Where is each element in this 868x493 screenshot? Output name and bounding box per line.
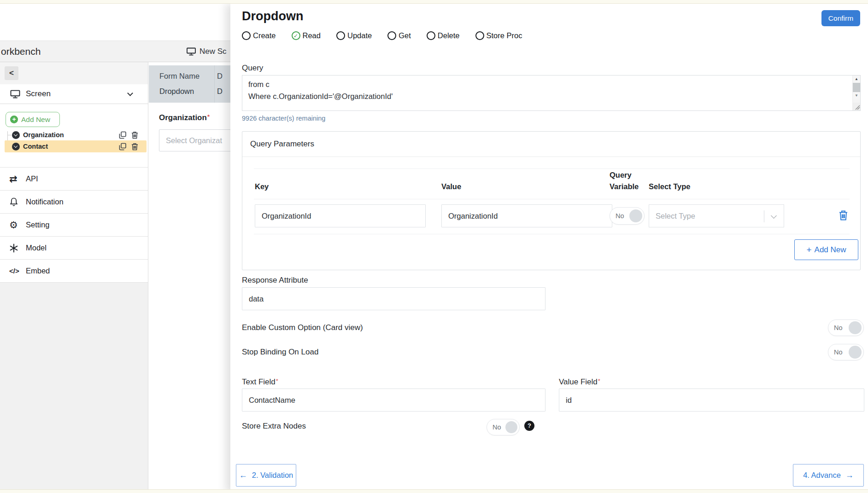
new-screen-label: New Sc — [199, 47, 227, 56]
snowflake-icon — [9, 244, 24, 253]
tree-item-label: Organization — [23, 131, 119, 139]
store-extra-nodes-label: Store Extra Nodes — [242, 422, 306, 431]
expand-circle-icon[interactable] — [12, 131, 20, 139]
toggle-knob — [849, 346, 862, 359]
stop-binding-toggle[interactable]: No — [828, 344, 864, 360]
sidebar-item-label: Embed — [26, 267, 50, 275]
left-arrow-icon: ← — [239, 470, 247, 480]
text-field-input[interactable] — [242, 389, 545, 412]
sidebar-item-label: Model — [26, 244, 47, 252]
sidebar-item-api[interactable]: ⇄ API — [0, 168, 148, 191]
trash-icon[interactable] — [131, 131, 138, 139]
scrollbar-track[interactable] — [853, 99, 860, 103]
query-variable-toggle[interactable]: No — [610, 207, 645, 225]
column-divider — [214, 65, 215, 103]
resize-handle-icon[interactable] — [853, 103, 860, 110]
scroll-down-button[interactable]: ▼ — [853, 92, 860, 99]
truncated-column-value: D — [217, 87, 223, 96]
query-text-content[interactable]: ' from c Where c.OrganizationId='@Organi… — [242, 75, 852, 110]
monitor-icon — [10, 90, 20, 99]
form-name-header: Form Name — [159, 72, 199, 81]
sidebar-item-notification[interactable]: Notification — [0, 191, 148, 214]
param-value-input[interactable] — [441, 204, 612, 227]
scrollbar[interactable]: ▲ ▼ — [852, 75, 860, 110]
value-column-header: Value — [441, 182, 461, 191]
toggle-knob — [505, 421, 517, 433]
sidebar-collapse-strip: < — [0, 62, 148, 84]
sidebar-item-setting[interactable]: ⚙ Setting — [0, 214, 148, 237]
query-textarea[interactable]: ' from c Where c.OrganizationId='@Organi… — [242, 75, 861, 111]
trash-icon[interactable] — [131, 143, 138, 151]
add-new-screen-button[interactable]: + Add New — [6, 112, 60, 127]
monitor-icon — [187, 47, 196, 56]
sidebar-item-label: API — [26, 174, 38, 183]
query-variable-column-header: Variable — [610, 182, 639, 191]
expand-circle-icon[interactable] — [12, 143, 20, 151]
divider — [254, 234, 850, 234]
sidebar: < Screen + Add New Organization — [0, 62, 148, 493]
divider — [254, 168, 850, 169]
toggle-knob — [629, 209, 642, 222]
radio-get[interactable]: Get — [387, 31, 411, 40]
app-root: orkbench New Sc < Screen + Add New — [0, 0, 868, 493]
scroll-up-button[interactable]: ▲ — [853, 75, 860, 83]
chevron-down-icon[interactable] — [127, 90, 133, 96]
response-attribute-label: Response Attribute — [242, 276, 308, 285]
toggle-knob — [849, 321, 862, 334]
select-type-column-header: Select Type — [649, 182, 690, 191]
enable-custom-option-label: Enable Custom Option (Card view) — [242, 323, 363, 332]
radio-store-proc[interactable]: Store Proc — [475, 31, 522, 40]
required-mark: * — [207, 113, 210, 120]
duplicate-icon[interactable] — [119, 143, 127, 151]
required-mark: * — [598, 377, 600, 384]
tree-item-organization[interactable]: Organization — [5, 129, 147, 140]
validation-step-button[interactable]: ← 2. Validation — [236, 464, 296, 487]
select-type-dropdown[interactable]: Select Type — [649, 204, 784, 227]
form-name-value: Dropdown — [159, 87, 194, 96]
sidebar-empty-area — [0, 283, 148, 493]
workbench-header: orkbench New Sc — [0, 41, 235, 62]
duplicate-icon[interactable] — [119, 131, 127, 139]
organization-field-label: Organization* — [159, 113, 210, 122]
clipped-query-line: ' — [248, 75, 343, 76]
help-question-icon[interactable]: ? — [524, 421, 534, 431]
new-screen-tab[interactable]: New Sc — [187, 41, 227, 62]
collapse-sidebar-button[interactable]: < — [5, 66, 18, 80]
right-arrow-icon: → — [845, 470, 854, 480]
scrollbar-thumb[interactable] — [853, 83, 860, 92]
gear-icon: ⚙ — [9, 220, 24, 231]
tree-item-label: Contact — [23, 143, 119, 150]
sidebar-section-screen[interactable]: Screen — [0, 84, 148, 104]
delete-row-button[interactable] — [839, 210, 848, 221]
response-attribute-input[interactable] — [242, 287, 545, 310]
radio-read[interactable]: ✓ Read — [292, 31, 321, 40]
characters-remaining: 9926 character(s) remaining — [242, 115, 325, 122]
radio-update[interactable]: Update — [336, 31, 372, 40]
select-type-placeholder: Select Type — [656, 212, 695, 220]
add-parameter-button[interactable]: + Add New — [794, 239, 858, 260]
sidebar-item-embed[interactable]: </> Embed — [0, 260, 148, 283]
divider — [254, 199, 850, 199]
confirm-button[interactable]: Confirm — [821, 10, 860, 26]
radio-check-icon: ✓ — [292, 31, 300, 40]
dropdown-divider — [764, 210, 764, 222]
plus-icon: + — [806, 245, 811, 255]
window-top-edge — [0, 0, 868, 4]
sidebar-menu: ⇄ API Notification ⚙ Setting — [0, 167, 148, 283]
operation-radio-group: Create ✓ Read Update Get Delete Store Pr… — [242, 31, 522, 40]
radio-create[interactable]: Create — [242, 31, 276, 40]
text-field-label: Text Field* — [242, 377, 278, 387]
required-mark: * — [276, 377, 278, 384]
organization-select-placeholder: Select Organizat — [166, 136, 222, 145]
enable-custom-option-toggle[interactable]: No — [828, 319, 864, 336]
store-extra-nodes-toggle[interactable]: No — [487, 419, 520, 435]
sidebar-item-model[interactable]: Model — [0, 237, 148, 260]
radio-delete[interactable]: Delete — [427, 31, 460, 40]
tree-item-contact[interactable]: Contact — [5, 140, 147, 152]
value-field-input[interactable] — [559, 389, 864, 412]
param-key-input[interactable] — [255, 204, 426, 227]
panel-title: Dropdown — [242, 9, 303, 23]
code-icon: </> — [9, 267, 24, 275]
query-label: Query — [242, 64, 263, 73]
advance-step-button[interactable]: 4. Advance → — [793, 464, 864, 487]
